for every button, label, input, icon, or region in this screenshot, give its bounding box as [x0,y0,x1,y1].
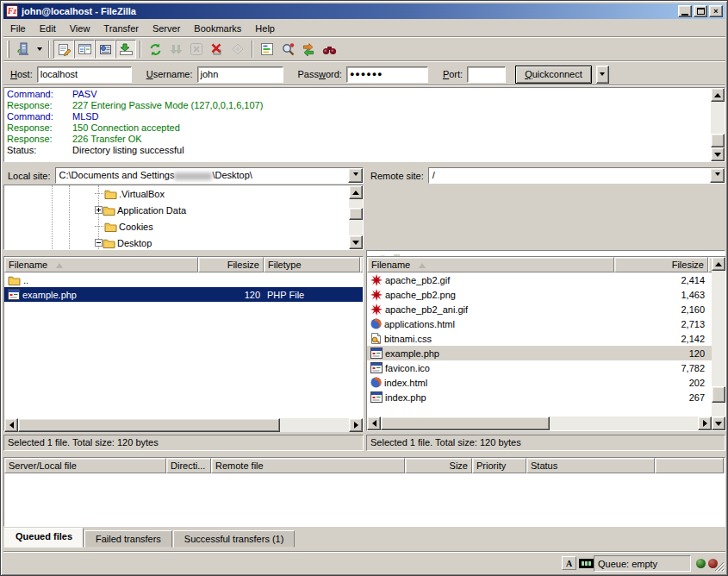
lastmodified-cell: 1 [360,287,363,302]
toggle-local-tree-button[interactable] [74,40,95,59]
local-site-dropdown-button[interactable] [348,168,363,183]
expand-minus-icon[interactable] [95,239,103,247]
scroll-down-button[interactable] [711,147,725,161]
column-header-directi-[interactable]: Directi... [166,458,211,473]
column-header-l[interactable]: L [360,257,363,272]
column-header-filesize[interactable]: Filesize [614,257,708,272]
menu-bookmarks[interactable]: Bookmarks [187,22,248,35]
log-line: Command:MLSD [7,111,722,122]
username-input[interactable]: john [197,66,283,83]
speed-limit-indicator-icon[interactable] [579,559,594,568]
tree-item[interactable]: Cookies [4,218,363,235]
local-site-combobox[interactable]: C:\Documents and Settings\Desktop\ [55,167,364,184]
password-input[interactable]: ●●●●●● [346,66,428,83]
scroll-right-button[interactable] [349,418,363,432]
column-header-filesize[interactable]: Filesize [198,257,264,272]
column-header-filename[interactable]: Filename [4,257,198,272]
column-header-filename[interactable]: Filename [367,257,614,272]
maximize-button[interactable] [694,5,707,17]
scroll-left-button[interactable] [4,418,18,432]
menu-server[interactable]: Server [146,22,187,35]
column-header-remote-file[interactable]: Remote file [211,458,405,473]
file-row[interactable]: example.php120PHP File1 [4,287,363,302]
remote-horizontal-scrollbar[interactable] [367,416,712,430]
file-row[interactable]: apache_pb2.png1,463 [367,287,713,302]
file-row[interactable]: bitnami.css2,142 [367,331,713,346]
toggle-transfer-queue-button[interactable] [115,40,136,59]
tab-queued-files[interactable]: Queued files [4,528,84,548]
file-row[interactable]: applications.html2,713 [367,316,713,331]
remote-vertical-scrollbar[interactable] [712,257,725,430]
file-row[interactable]: favicon.ico7,782 [367,360,713,375]
log-scrollbar[interactable] [711,88,725,161]
scroll-thumb[interactable] [381,416,550,430]
scroll-down-button[interactable] [712,416,725,430]
column-header-blank[interactable] [655,458,724,473]
toggle-remote-tree-button[interactable] [95,40,115,59]
scroll-up-button[interactable] [711,88,725,102]
scroll-up-button[interactable] [712,257,725,271]
local-tree-scrollbar[interactable] [349,185,363,249]
find-files-button[interactable] [319,40,339,59]
ascii-data-type-icon[interactable]: A [562,556,576,570]
column-header-server-local-file[interactable]: Server/Local file [4,458,166,473]
synchronized-browsing-button[interactable] [298,40,319,59]
scroll-right-button[interactable] [698,416,712,430]
tree-item-label[interactable]: Desktop [115,238,153,248]
column-header-size[interactable]: Size [405,458,472,473]
site-manager-button[interactable] [13,40,34,59]
scroll-thumb[interactable] [18,418,280,432]
menu-view[interactable]: View [63,22,97,35]
log-line-text: 150 Connection accepted [72,122,180,134]
toggle-message-log-button[interactable] [53,40,74,59]
port-input[interactable] [467,66,506,83]
column-header-filetype[interactable]: Filetype [264,257,360,272]
apache-icon [370,274,383,286]
menu-help[interactable]: Help [248,22,282,35]
scroll-thumb[interactable] [712,386,725,403]
filter-button[interactable] [257,40,277,59]
title-bar[interactable]: Fz john@localhost - FileZilla × [3,3,725,19]
remote-site-combobox[interactable]: / [428,167,725,184]
menu-edit[interactable]: Edit [33,22,63,35]
quickconnect-dropdown-button[interactable] [596,66,609,84]
directory-comparison-button[interactable] [277,40,298,59]
menu-transfer[interactable]: Transfer [96,22,146,35]
expand-plus-icon[interactable] [95,206,103,214]
file-row[interactable]: index.html202 [367,375,713,390]
scroll-thumb[interactable] [349,208,363,220]
scroll-track[interactable] [550,416,698,430]
disconnect-button[interactable] [207,40,227,59]
local-horizontal-scrollbar[interactable] [4,418,363,432]
host-input[interactable]: localhost [37,66,132,83]
tree-item[interactable]: Application Data [4,202,363,218]
scroll-left-button[interactable] [367,416,381,430]
tree-item-label[interactable]: Cookies [117,222,155,232]
arrow-down-icon [714,153,721,160]
tree-item[interactable]: Desktop [4,235,363,250]
tree-item-label[interactable]: Application Data [115,205,188,216]
minimize-button[interactable] [678,5,692,17]
column-header-status[interactable]: Status [526,458,655,473]
close-button[interactable]: × [709,5,723,17]
scroll-thumb[interactable] [711,134,725,147]
scroll-track[interactable] [280,418,349,432]
scroll-up-button[interactable] [349,185,363,199]
size-grip-icon[interactable] [713,560,725,572]
file-row[interactable]: example.php120 [367,346,713,360]
tree-item-label[interactable]: .VirtualBox [117,189,166,199]
quickconnect-button[interactable]: Quickconnect [515,66,592,84]
column-header-priority[interactable]: Priority [472,458,526,473]
refresh-button[interactable] [145,40,165,59]
tree-item[interactable]: .VirtualBox [4,185,363,202]
file-row[interactable]: index.php267 [367,390,713,404]
site-manager-dropdown-button[interactable] [34,40,45,59]
tab-failed-transfers[interactable]: Failed transfers [84,530,172,548]
file-row[interactable]: apache_pb2_ani.gif2,160 [367,302,713,316]
scroll-down-button[interactable] [349,235,363,249]
menu-file[interactable]: File [3,22,33,35]
file-row[interactable]: .. [4,272,363,287]
remote-site-dropdown-button[interactable] [710,168,725,183]
tab-successful-transfers-[interactable]: Successful transfers (1) [173,530,296,548]
file-row[interactable]: apache_pb2.gif2,414 [367,272,713,287]
